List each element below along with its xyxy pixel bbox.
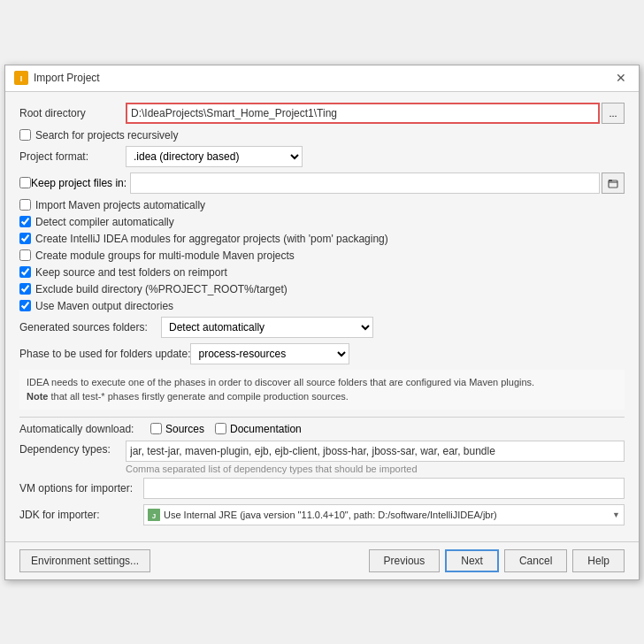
- next-button[interactable]: Next: [445, 549, 499, 572]
- checkbox-row-6: Exclude build directory (%PROJECT_ROOT%/…: [19, 283, 625, 295]
- checkboxes-section: Import Maven projects automatically Dete…: [19, 199, 625, 312]
- project-format-select[interactable]: .idea (directory based) Eclipse (.classp…: [126, 146, 303, 167]
- generated-sources-label: Generated sources folders:: [19, 321, 161, 334]
- dependency-types-content: Comma separated list of dependency types…: [126, 441, 625, 474]
- dialog-title: Import Project: [34, 72, 100, 84]
- info-box: IDEA needs to execute one of the phases …: [19, 370, 625, 410]
- checkbox-row-1: Import Maven projects automatically: [19, 199, 625, 211]
- phase-select[interactable]: process-resources generate-sources gener…: [190, 343, 349, 364]
- create-idea-modules-checkbox[interactable]: [19, 233, 31, 244]
- dependency-types-hint: Comma separated list of dependency types…: [126, 464, 625, 474]
- search-recursively-row: Search for projects recursively: [19, 129, 625, 142]
- sources-check-label[interactable]: Sources: [150, 423, 204, 435]
- env-settings-button[interactable]: Environment settings...: [19, 549, 150, 572]
- use-maven-output-checkbox[interactable]: [19, 300, 31, 311]
- checkbox-row-3: Create IntelliJ IDEA modules for aggrega…: [19, 233, 625, 245]
- sources-label: Sources: [165, 423, 204, 435]
- vm-options-row: VM options for importer:: [19, 478, 625, 499]
- title-bar: I Import Project ✕: [5, 65, 639, 92]
- keep-project-files-row: Keep project files in:: [19, 172, 625, 194]
- auto-download-checks: Sources Documentation: [150, 423, 302, 435]
- info-note-prefix: Note: [27, 391, 48, 402]
- dialog-content: Root directory ... Search for projects r…: [5, 92, 639, 541]
- root-directory-input[interactable]: [126, 103, 600, 124]
- auto-download-row: Automatically download: Sources Document…: [19, 423, 625, 435]
- auto-download-label: Automatically download:: [19, 423, 143, 435]
- create-module-groups-label[interactable]: Create module groups for multi-module Ma…: [35, 249, 295, 262]
- app-icon: I: [14, 71, 28, 85]
- use-maven-output-label[interactable]: Use Maven output directories: [35, 300, 173, 312]
- checkbox-row-2: Detect compiler automatically: [19, 216, 625, 228]
- exclude-build-dir-label[interactable]: Exclude build directory (%PROJECT_ROOT%/…: [35, 283, 288, 295]
- import-project-dialog: I Import Project ✕ Root directory ... Se…: [4, 65, 640, 580]
- import-maven-label[interactable]: Import Maven projects automatically: [35, 199, 205, 211]
- svg-rect-2: [609, 180, 617, 188]
- keep-project-files-checkbox[interactable]: [19, 177, 31, 188]
- generated-sources-row: Generated sources folders: Detect automa…: [19, 317, 625, 338]
- search-recursively-checkbox[interactable]: [19, 129, 31, 141]
- dependency-types-label: Dependency types:: [19, 441, 126, 456]
- keep-source-folders-label[interactable]: Keep source and test folders on reimport: [35, 266, 227, 279]
- jdk-importer-row: JDK for importer: J Use Internal JRE (ja…: [19, 504, 625, 525]
- close-button[interactable]: ✕: [612, 69, 630, 87]
- phase-label: Phase to be used for folders update:: [19, 348, 190, 360]
- jdk-importer-label: JDK for importer:: [19, 509, 143, 521]
- vm-options-label: VM options for importer:: [19, 482, 143, 494]
- browse-button[interactable]: ...: [602, 103, 625, 124]
- keep-project-files-input[interactable]: [130, 172, 600, 194]
- previous-button[interactable]: Previous: [369, 549, 441, 572]
- create-idea-modules-label[interactable]: Create IntelliJ IDEA modules for aggrega…: [35, 233, 388, 245]
- jdk-importer-value: Use Internal JRE (java version "11.0.4+1…: [164, 510, 612, 520]
- keep-project-files-label[interactable]: Keep project files in:: [31, 177, 126, 189]
- svg-rect-3: [609, 180, 612, 181]
- keep-source-folders-checkbox[interactable]: [19, 266, 31, 278]
- info-text-2: that all test-* phases firstly generate …: [48, 391, 348, 402]
- detect-compiler-checkbox[interactable]: [19, 216, 31, 227]
- checkbox-row-5: Keep source and test folders on reimport: [19, 266, 625, 279]
- documentation-checkbox[interactable]: [215, 423, 226, 434]
- checkbox-row-4: Create module groups for multi-module Ma…: [19, 249, 625, 262]
- button-bar: Environment settings... Previous Next Ca…: [5, 541, 639, 579]
- dependency-types-input[interactable]: [126, 441, 625, 462]
- docs-check-label[interactable]: Documentation: [215, 423, 302, 435]
- vm-options-input[interactable]: [143, 478, 625, 499]
- documentation-label: Documentation: [230, 423, 302, 435]
- generated-sources-select[interactable]: Detect automatically Generated source co…: [161, 317, 373, 338]
- search-recursively-label[interactable]: Search for projects recursively: [35, 129, 178, 142]
- create-module-groups-checkbox[interactable]: [19, 249, 31, 261]
- jdk-importer-select[interactable]: J Use Internal JRE (java version "11.0.4…: [143, 504, 625, 525]
- root-directory-row: Root directory ...: [19, 103, 625, 124]
- exclude-build-dir-checkbox[interactable]: [19, 283, 31, 295]
- phase-row: Phase to be used for folders update: pro…: [19, 343, 625, 364]
- import-maven-checkbox[interactable]: [19, 199, 31, 211]
- help-button[interactable]: Help: [572, 549, 625, 572]
- section-divider: [19, 417, 625, 418]
- jdk-importer-wrapper: J Use Internal JRE (java version "11.0.4…: [143, 504, 625, 525]
- keep-files-browse-button[interactable]: [602, 172, 625, 194]
- project-format-label: Project format:: [19, 150, 126, 163]
- svg-text:J: J: [152, 512, 156, 520]
- checkbox-row-7: Use Maven output directories: [19, 300, 625, 312]
- info-text-1: IDEA needs to execute one of the phases …: [27, 377, 534, 387]
- svg-text:I: I: [20, 74, 23, 83]
- project-format-row: Project format: .idea (directory based) …: [19, 146, 625, 167]
- title-bar-left: I Import Project: [14, 71, 100, 85]
- root-directory-label: Root directory: [19, 107, 126, 119]
- detect-compiler-label[interactable]: Detect compiler automatically: [35, 216, 174, 228]
- jdk-icon: J: [148, 509, 160, 521]
- jdk-dropdown-arrow-icon: ▼: [612, 510, 620, 519]
- dependency-types-row: Dependency types: Comma separated list o…: [19, 441, 625, 474]
- cancel-button[interactable]: Cancel: [504, 549, 567, 572]
- sources-checkbox[interactable]: [150, 423, 162, 434]
